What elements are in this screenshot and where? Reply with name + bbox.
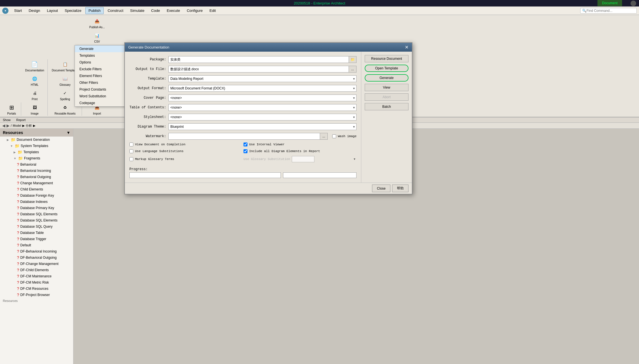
sidebar-item-df-behavioral-incoming[interactable]: ? DF-Behavioral Incoming [0,248,73,255]
package-browse-button[interactable]: 📁 [349,56,357,63]
watermark-input[interactable] [168,133,320,140]
output-file-input[interactable] [168,66,349,73]
menu-construct[interactable]: Construct [105,7,126,14]
sidebar-item-df-change-management[interactable]: ? DF-Change Management [0,261,73,267]
ribbon-btn-print[interactable]: 🖨 Print [28,88,42,101]
watermark-browse-button[interactable]: ... [320,133,328,140]
form-row-diagram-theme: Diagram Theme: Blueprint ▼ [129,123,357,130]
dropdown-item-project-constants[interactable]: Project Constants [75,86,127,93]
ribbon-btn-html[interactable]: 🌐 HTML [28,74,42,87]
sidebar-item-behavioral-incoming[interactable]: ? Behavioral Incoming [0,168,73,174]
sidebar-item-default[interactable]: ? Default [0,242,73,248]
menu-layout[interactable]: Layout [44,7,61,14]
resource-document-button[interactable]: Resource Document [365,55,408,62]
dropdown-item-word-substitution[interactable]: Word Substitution [75,93,127,100]
output-format-select[interactable]: Microsoft Document Format (DOCX) [168,85,357,92]
nav-back[interactable]: ◀ [2,123,5,128]
form-row-cover-page: Cover Page: <none> ▼ [129,95,357,101]
markup-glossary-checkbox[interactable] [129,157,133,161]
dialog-close-button[interactable]: ✕ [405,45,408,50]
output-file-browse-button[interactable]: ... [349,66,357,73]
ribbon-btn-image[interactable]: 🖼 Image [28,102,42,116]
menu-publish[interactable]: Publish [85,7,104,14]
nav-forward[interactable]: ▶ [6,123,10,128]
menu-code[interactable]: Code [148,7,163,14]
dropdown-item-exclude-filters[interactable]: Exclude Filters [75,66,127,73]
app-menu-icon[interactable]: ● [2,8,8,14]
use-language-subs-checkbox[interactable] [129,149,133,153]
dropdown-item-templates[interactable]: Templates [75,52,127,59]
sidebar-item-templates[interactable]: ▶ 📁 Templates [0,149,73,155]
nav-model[interactable]: Model [13,124,21,127]
sidebar-item-behavioral-outgoing[interactable]: ? Behavioral Outgoing [0,174,73,180]
ribbon-btn-publish-as[interactable]: 📤 Publish As... [88,16,106,29]
generate-button[interactable]: Generate [365,74,408,82]
view-doc-completion-checkbox[interactable] [129,142,133,146]
view-button[interactable]: View [365,84,408,91]
sidebar-item-fragments[interactable]: ▼ 📁 Fragments [0,155,73,161]
sidebar-item-db-sql-query[interactable]: ? Database SQL Query [0,223,73,230]
search-input[interactable] [586,9,632,13]
menu-edit[interactable]: Edit [207,7,219,14]
menu-design[interactable]: Design [26,7,43,14]
ribbon-btn-csv[interactable]: 📊 CSV [90,30,104,44]
dropdown-item-generate[interactable]: Generate [75,45,127,52]
ribbon-btn-reusable-assets[interactable]: ♻ Reusable Assets [53,102,77,116]
sidebar-item-df-cm-resources[interactable]: ? DF-CM Resources [0,286,73,292]
publish-as-label: Publish As... [89,26,105,29]
sidebar-item-df-cm-metric-risk[interactable]: ? DF-CM Metric Risk [0,279,73,286]
ribbon-btn-spelling[interactable]: ✓ Spelling [58,88,72,101]
toc-select[interactable]: <none> [168,104,357,111]
batch-button[interactable]: Batch [365,103,408,110]
sidebar-item-system-templates[interactable]: ▼ 📁 System Templates [0,143,73,149]
sidebar-item-df-cm-maintenance[interactable]: ? DF-CM Maintenance [0,273,73,279]
sidebar-item-df-behavioral-outgoing[interactable]: ? DF-Behavioral Outgoing [0,255,73,261]
search-box[interactable]: 🔍 [580,8,637,14]
sidebar-item-db-primary-key[interactable]: ? Database Primary Key [0,205,73,211]
diagram-theme-select[interactable]: Blueprint [168,123,357,130]
dropdown-item-element-filters[interactable]: Element Filters [75,73,127,79]
sidebar-item-df-child-elements[interactable]: ? DF-Child Elements [0,267,73,273]
show-label[interactable]: Show [3,118,11,122]
stylesheet-select[interactable]: <none> [168,114,357,120]
menu-configure[interactable]: Configure [184,7,205,14]
wash-image-checkbox[interactable] [332,134,336,138]
ribbon-btn-portals[interactable]: ⊞ Portals [5,102,19,116]
report-label[interactable]: Report [16,118,26,122]
sidebar-item-df-project-browser[interactable]: ? DF-Project Browser [0,292,73,298]
dropdown-item-codepage[interactable]: Codepage [75,100,127,106]
sidebar-item-db-sql-elements2[interactable]: ? Database SQL Elements [0,217,73,223]
dropdown-item-other-filters[interactable]: Other Filters [75,79,127,86]
close-button[interactable]: Close [372,185,390,192]
include-all-diagram-checkbox[interactable] [244,149,247,153]
menu-start[interactable]: Start [11,7,25,14]
help-button[interactable]: 帮助 [392,185,408,192]
dropdown-item-options[interactable]: Options [75,59,127,66]
sidebar-item-db-foreign-key[interactable]: ? Database Foreign Key [0,192,73,199]
template-icon-df-pb: ? [17,293,19,297]
sidebar-item-change-management[interactable]: ? Change Management [0,180,73,186]
menu-specialize[interactable]: Specialize [62,7,84,14]
abort-button[interactable]: Abort [365,93,408,101]
sidebar-item-db-trigger[interactable]: ? Database Trigger [0,236,73,242]
template-select[interactable]: Data Modeling Report [168,75,357,82]
glossary-sub-select-wrapper: ▼ [292,156,357,162]
sidebar-item-child-elements[interactable]: ? Child Elements [0,186,73,192]
sidebar-item-db-sql-elements1[interactable]: ? Database SQL Elements [0,211,73,217]
package-input[interactable] [168,56,349,63]
cover-page-select[interactable]: <none> [168,95,357,101]
ribbon-btn-documentation[interactable]: 📄 Documentation [24,59,45,73]
sidebar-item-document-generation[interactable]: ▶ 📁 Document Generation [0,137,73,143]
open-template-button[interactable]: Open Template [365,65,408,72]
sidebar-item-db-indexes[interactable]: ? Database Indexes [0,199,73,205]
sidebar-collapse-icon[interactable]: ▼ [66,130,70,135]
use-internal-viewer-checkbox[interactable] [244,142,247,146]
menu-execute[interactable]: Execute [164,7,183,14]
sidebar-item-db-table[interactable]: ? Database Table [0,230,73,236]
search-icon: 🔍 [582,9,586,13]
ribbon-btn-glossary[interactable]: 📖 Glossary [58,74,72,87]
sidebar-item-behavioral[interactable]: ? Behavioral [0,161,73,168]
label-system-templates: System Templates [21,144,48,148]
menu-simulate[interactable]: Simulate [127,7,147,14]
nav-fenxi[interactable]: 分析 [26,124,32,128]
